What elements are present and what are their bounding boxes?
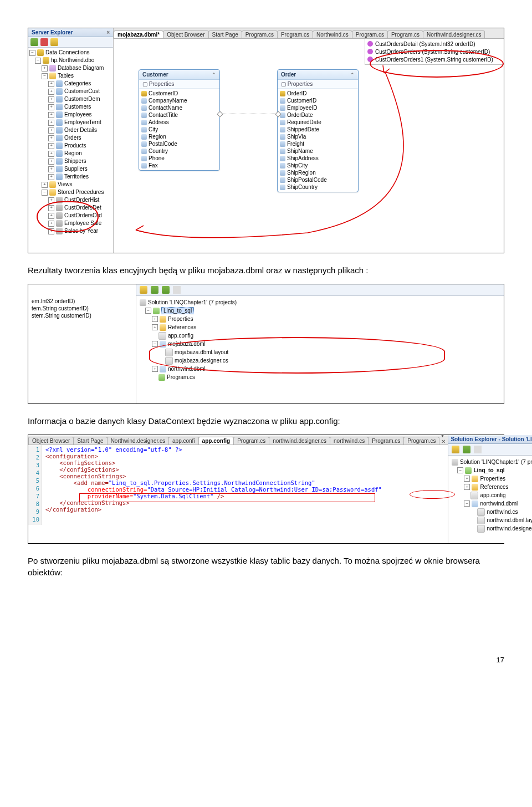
tree-node[interactable]: mojabaza.dbml [168, 341, 206, 347]
entity-prop[interactable]: ShipCountry [287, 184, 318, 190]
entity-prop[interactable]: Fax [149, 162, 158, 168]
server-explorer-tree[interactable]: −Data Connections −hp.Northwind.dbo +Dat… [28, 48, 113, 253]
tree-node[interactable]: Properties [480, 476, 505, 482]
entity-prop[interactable]: OrderID [287, 90, 307, 96]
entity-prop[interactable]: ShipAddress [287, 155, 319, 161]
tree-node[interactable]: mojabaza.designer.cs [175, 357, 228, 364]
entity-prop[interactable]: Country [149, 148, 168, 154]
tree-node[interactable]: CustOrderHist [64, 196, 99, 204]
tree-node[interactable]: Categories [64, 80, 91, 88]
tree-node[interactable]: Linq_to_sql [473, 467, 504, 473]
entity-prop[interactable]: ShipPostalCode [287, 177, 327, 183]
tree-node[interactable]: app.config [168, 333, 193, 339]
entity-prop[interactable]: ShipRegion [287, 170, 316, 176]
tree-node[interactable]: Database Diagram [58, 64, 104, 72]
tree-node[interactable]: Views [58, 181, 73, 188]
editor-tab[interactable]: Start Page [208, 30, 242, 38]
editor-tab[interactable]: app.config [198, 437, 234, 445]
entity-prop[interactable]: ShipVia [287, 134, 306, 140]
entity-order[interactable]: Order ⌃ ▢ Properties OrderID CustomerID … [277, 69, 359, 192]
tree-node[interactable]: CustomerCust [64, 88, 100, 95]
connect-db-icon[interactable] [50, 38, 58, 46]
editor-tab[interactable]: northwind.cs [330, 437, 369, 445]
tree-node[interactable]: Data Connections [45, 49, 90, 57]
tree-node[interactable]: northwind.dbml [168, 366, 206, 372]
tree-node[interactable]: Territories [64, 173, 89, 181]
tree-node[interactable]: References [168, 324, 196, 330]
tree-node[interactable]: Suppliers [64, 165, 88, 173]
tree-node[interactable]: hp.Northwind.dbo [51, 57, 94, 64]
entity-prop[interactable]: Freight [287, 141, 304, 147]
entity-prop[interactable]: RequiredDate [287, 119, 321, 125]
tree-node[interactable]: CustOrdersDet [64, 204, 101, 212]
tree-node-selected[interactable]: Linq_to_sql [161, 307, 194, 314]
method-item[interactable]: CustOrdersDetail (System.Int32 orderID) [375, 41, 475, 47]
tree-node[interactable]: Orders [64, 134, 81, 142]
show-all-icon[interactable] [151, 286, 158, 294]
entity-prop[interactable]: Address [149, 119, 169, 125]
tree-node[interactable]: Products [64, 142, 86, 150]
tree-node[interactable]: Solution 'LINQChapter1' (7 projects [460, 459, 532, 465]
entity-prop[interactable]: CompanyName [149, 98, 187, 104]
editor-tab[interactable]: Program.cs [387, 30, 423, 38]
editor-tab[interactable]: Northwind.cs [313, 30, 352, 38]
refresh-icon[interactable] [30, 38, 38, 46]
tree-node[interactable]: Order Details [64, 126, 97, 134]
tree-node[interactable]: Shippers [64, 157, 86, 165]
code-content[interactable]: <?xml version="1.0" encoding="utf-8" ?> … [42, 445, 385, 525]
tree-node[interactable]: Sales by Year [64, 227, 98, 235]
tree-node[interactable]: app.config [480, 492, 505, 498]
tree-node[interactable]: Employee Sale [64, 219, 101, 227]
entity-customer[interactable]: Customer ⌃ ▢ Properties CustomerID Compa… [139, 69, 220, 171]
entity-prop[interactable]: ShippedDate [287, 126, 319, 132]
tree-node[interactable]: Employees [64, 111, 91, 119]
editor-tab[interactable]: northwind.designer.cs [269, 437, 330, 445]
editor-tab[interactable]: Program.cs [368, 437, 404, 445]
collapse-icon[interactable]: ⌃ [212, 72, 216, 78]
entity-prop[interactable]: CustomerID [149, 90, 178, 96]
tree-node[interactable]: northwind.dbml.layout [487, 517, 532, 523]
tree-node[interactable]: Program.cs [167, 374, 195, 380]
stop-icon[interactable] [40, 38, 48, 46]
entity-prop[interactable]: ContactTitle [149, 112, 178, 118]
editor-tab[interactable]: Object Browser [28, 437, 74, 445]
editor-tab[interactable]: Northwind.designer.cs [423, 30, 485, 38]
tree-node[interactable]: Region [64, 150, 82, 157]
tree-node[interactable]: northwind.designer.cs [487, 525, 532, 532]
tab-overflow-icon[interactable]: ▾ ✕ [439, 435, 448, 445]
toolbar-icon[interactable] [474, 446, 482, 453]
tree-node[interactable]: CustOrdersOrd [64, 212, 102, 219]
solution-tree[interactable]: Solution 'LINQChapter1' (7 projects) −Li… [136, 296, 504, 384]
tree-node[interactable]: CustomerDem [64, 95, 100, 103]
tree-node[interactable]: mojabaza.dbml.layout [175, 349, 228, 355]
editor-tab[interactable]: Program.cs [403, 437, 439, 445]
close-icon[interactable]: × [106, 29, 110, 35]
editor-tab[interactable]: Object Browser [163, 30, 208, 38]
editor-tab[interactable]: mojabaza.dbml* [114, 30, 163, 38]
collapse-icon[interactable]: ⌃ [350, 72, 355, 78]
entity-prop[interactable]: CustomerID [287, 98, 316, 104]
entity-prop[interactable]: Region [149, 134, 166, 140]
tree-node[interactable]: northwind.dbml [480, 500, 518, 507]
tree-node[interactable]: EmployeeTerrit [64, 119, 101, 126]
properties-icon[interactable] [140, 286, 147, 294]
editor-tab[interactable]: Start Page [73, 437, 107, 445]
method-item[interactable]: CustOrdersOrders (System.String customer… [375, 49, 490, 55]
tree-node[interactable]: Solution 'LINQChapter1' (7 projects) [148, 299, 237, 305]
tree-node[interactable]: Properties [168, 316, 193, 322]
tree-node[interactable]: northwind.cs [487, 509, 518, 515]
entity-prop[interactable]: ContactName [149, 105, 182, 111]
entity-prop[interactable]: OrderDate [287, 112, 313, 118]
view-code-icon[interactable] [173, 286, 181, 294]
editor-tab[interactable]: Program.cs [242, 30, 278, 38]
entity-prop[interactable]: EmployeeID [287, 105, 317, 111]
editor-tab[interactable]: app.confi [168, 437, 199, 445]
properties-icon[interactable] [452, 446, 459, 453]
tree-node[interactable]: Tables [58, 72, 74, 80]
tree-node[interactable]: Stored Procedures [58, 188, 104, 196]
solution-tree[interactable]: Solution 'LINQChapter1' (7 projects −Lin… [448, 456, 532, 535]
refresh-icon[interactable] [162, 286, 170, 294]
tree-node[interactable]: References [480, 484, 508, 490]
entity-prop[interactable]: PostalCode [149, 141, 177, 147]
refresh-icon[interactable] [463, 446, 470, 453]
